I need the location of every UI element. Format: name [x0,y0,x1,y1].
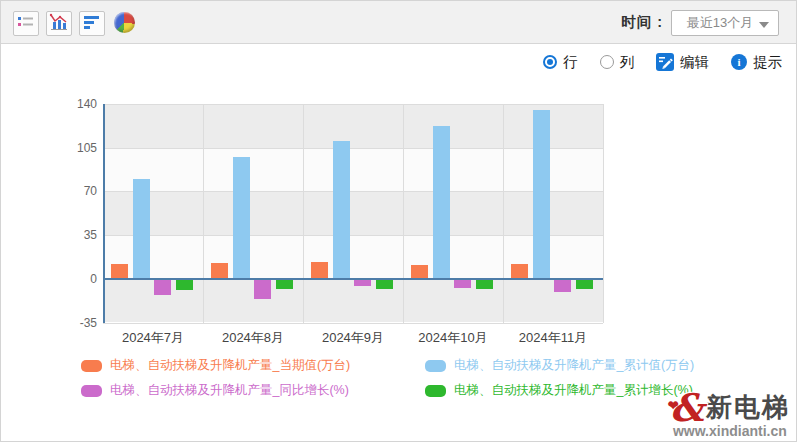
y-axis-tick-label: 0 [63,272,97,286]
chart-widget: 时间 : 最近13个月 行 列 [0,0,797,442]
legend-label: 电梯、自动扶梯及升降机产量_累计值(万台) [454,357,694,374]
bar-current[interactable] [211,263,228,279]
v-gridline [403,104,404,323]
y-axis-tick-label: 105 [63,141,97,155]
chart-controls: 行 列 编辑 i 提示 [1,44,796,80]
bar-current[interactable] [311,262,328,279]
radio-unselected-icon[interactable] [600,55,614,69]
x-axis-category-label: 2024年11月 [503,329,603,347]
y-axis-tick-label: -35 [63,316,97,330]
bar-cumulative-growth[interactable] [576,279,593,289]
legend-item[interactable]: 电梯、自动扶梯及升降机产量_累计增长(%) [425,382,693,399]
bar-yoy-growth[interactable] [154,279,171,295]
legend-item[interactable]: 电梯、自动扶梯及升降机产量_同比增长(%) [81,382,349,399]
radio-row-label[interactable]: 行 [563,53,578,72]
watermark-url: www.xindianti.cn [670,423,790,439]
v-gridline [203,104,204,323]
hint-button[interactable]: i 提示 [731,53,782,72]
bar-current[interactable] [111,264,128,279]
watermark-brand: 新电梯 [706,390,790,425]
h-gridline [103,323,603,324]
combo-chart-icon [49,13,69,35]
time-range-value: 最近13个月 [687,14,753,32]
radio-column-label[interactable]: 列 [620,53,635,72]
combo-chart-button[interactable] [46,11,72,36]
h-gridline [103,235,603,236]
toolbar: 时间 : 最近13个月 [1,1,796,44]
bar-cumulative[interactable] [433,126,450,279]
legend-swatch-icon [425,360,446,372]
legend-swatch-icon [425,385,446,397]
x-axis-category-label: 2024年8月 [203,329,303,347]
hint-button-label[interactable]: 提示 [753,53,782,72]
bar-cumulative[interactable] [333,141,350,279]
horizontal-bars-icon [83,14,101,34]
legend-list-button[interactable] [13,11,39,36]
radio-column[interactable]: 列 [600,53,635,72]
legend-item[interactable]: 电梯、自动扶梯及升降机产量_累计值(万台) [425,357,694,374]
plot-band [103,148,603,192]
h-gridline [103,191,603,192]
bar-yoy-growth[interactable] [354,279,371,286]
bar-yoy-growth[interactable] [454,279,471,288]
v-gridline [603,104,604,323]
plot-band [103,235,603,279]
legend-label: 电梯、自动扶梯及升降机产量_累计增长(%) [454,382,693,399]
h-gridline [103,148,603,149]
legend-item[interactable]: 电梯、自动扶梯及升降机产量_当期值(万台) [81,357,350,374]
v-gridline [303,104,304,323]
edit-pencil-icon [656,53,674,71]
y-axis-tick-label: 70 [63,184,97,198]
legend-swatch-icon [81,385,102,397]
legend-label: 电梯、自动扶梯及升降机产量_当期值(万台) [110,357,350,374]
legend-label: 电梯、自动扶梯及升降机产量_同比增长(%) [110,382,349,399]
legend-swatch-icon [81,360,102,372]
edit-button[interactable]: 编辑 [656,53,709,72]
zero-line [103,278,603,280]
bar-cumulative[interactable] [133,179,150,279]
h-gridline [103,104,603,105]
pie-chart-icon [114,12,135,33]
plot-band [103,191,603,235]
bar-current[interactable] [511,264,528,279]
radio-selected-icon[interactable] [543,55,557,69]
y-axis-tick-label: 35 [63,228,97,242]
y-axis-line [103,104,105,323]
y-axis-tick-label: 140 [63,97,97,111]
v-gridline [503,104,504,323]
bar-yoy-growth[interactable] [254,279,271,299]
info-icon: i [731,54,747,70]
chevron-down-icon [759,22,769,28]
time-filter-label: 时间 : [621,13,663,32]
radio-row[interactable]: 行 [543,53,578,72]
bar-cumulative-growth[interactable] [276,279,293,289]
x-axis-category-label: 2024年7月 [103,329,203,347]
legend-list-icon [17,14,35,34]
bar-current[interactable] [411,265,428,279]
bar-cumulative[interactable] [533,110,550,279]
pie-chart-button[interactable] [114,12,137,35]
x-axis-category-label: 2024年9月 [303,329,403,347]
plot-band [103,104,603,148]
bar-cumulative-growth[interactable] [376,279,393,289]
bar-cumulative[interactable] [233,157,250,279]
bar-cumulative-growth[interactable] [476,279,493,289]
bar-cumulative-growth[interactable] [176,279,193,290]
time-range-dropdown[interactable]: 最近13个月 [671,10,779,36]
edit-button-label[interactable]: 编辑 [680,53,709,72]
x-axis-category-label: 2024年10月 [403,329,503,347]
horizontal-bars-button[interactable] [79,11,105,36]
bar-yoy-growth[interactable] [554,279,571,292]
